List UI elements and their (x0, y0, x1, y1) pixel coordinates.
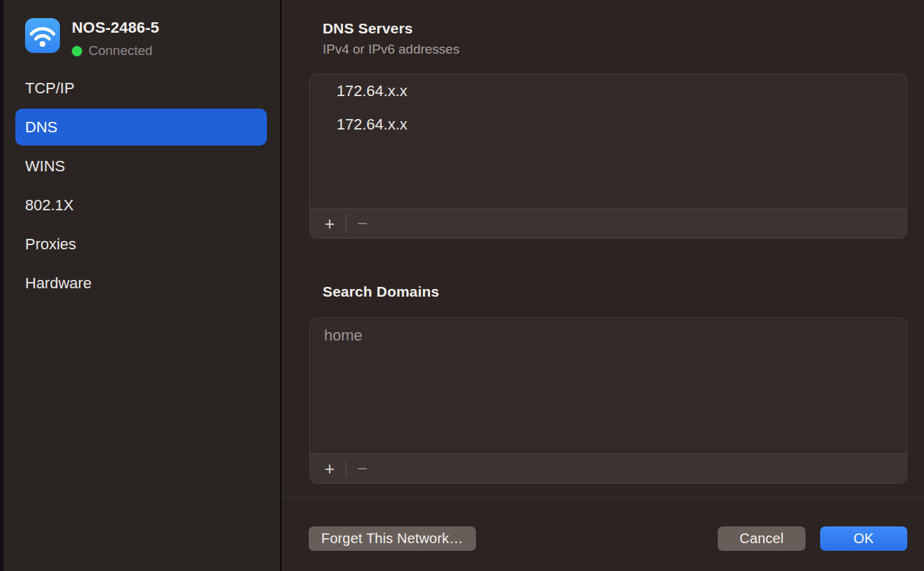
cancel-button[interactable]: Cancel (718, 526, 806, 551)
sidebar-item-dns[interactable]: DNS (15, 109, 267, 146)
dns-servers-list: 172.64.x.x 172.64.x.x + − (309, 74, 907, 239)
dns-server-row[interactable]: 172.64.x.x (310, 108, 907, 141)
footer-divider (282, 496, 924, 496)
search-domains-toolbar: + − (310, 453, 907, 483)
connected-status-label: Connected (88, 43, 153, 58)
content-pane: DNS Servers IPv4 or IPv6 addresses 172.6… (282, 0, 924, 571)
connected-status-dot (72, 46, 82, 56)
dns-servers-subtitle: IPv4 or IPv6 addresses (323, 42, 459, 57)
remove-dns-server-button[interactable]: − (350, 209, 375, 238)
network-name: NOS-2486-5 (72, 19, 160, 37)
network-details-window: NOS-2486-5 Connected TCP/IP DNS WINS 802… (0, 0, 924, 571)
dns-servers-list-body: 172.64.x.x 172.64.x.x (310, 75, 907, 208)
toolbar-separator (346, 214, 346, 232)
connection-status: Connected (72, 43, 160, 58)
add-dns-server-button[interactable]: + (317, 209, 342, 238)
ok-button[interactable]: OK (820, 526, 907, 551)
connection-header: NOS-2486-5 Connected (25, 18, 160, 58)
sidebar-nav: TCP/IP DNS WINS 802.1X Proxies Hardware (15, 70, 267, 304)
wifi-icon (25, 18, 60, 53)
sidebar-item-wins[interactable]: WINS (15, 148, 267, 185)
dialog-buttons: Cancel OK (718, 526, 907, 551)
sidebar-item-hardware[interactable]: Hardware (15, 265, 267, 302)
connection-meta: NOS-2486-5 Connected (72, 18, 160, 58)
dns-servers-toolbar: + − (310, 208, 907, 238)
sidebar-item-proxies[interactable]: Proxies (15, 226, 267, 263)
dns-server-row[interactable]: 172.64.x.x (310, 75, 907, 107)
search-domain-row[interactable]: home (310, 318, 907, 353)
dns-servers-title: DNS Servers (323, 20, 413, 37)
forget-network-button[interactable]: Forget This Network… (309, 526, 476, 551)
search-domains-list-body: home (310, 318, 907, 453)
toolbar-separator (346, 460, 346, 477)
sidebar-item-802-1x[interactable]: 802.1X (15, 187, 267, 224)
search-domains-title: Search Domains (323, 283, 439, 300)
sidebar-item-tcp-ip[interactable]: TCP/IP (15, 70, 267, 107)
search-domains-list: home + − (309, 318, 907, 484)
add-search-domain-button[interactable]: + (317, 454, 342, 483)
remove-search-domain-button[interactable]: − (350, 454, 375, 483)
sidebar: NOS-2486-5 Connected TCP/IP DNS WINS 802… (3, 0, 280, 571)
